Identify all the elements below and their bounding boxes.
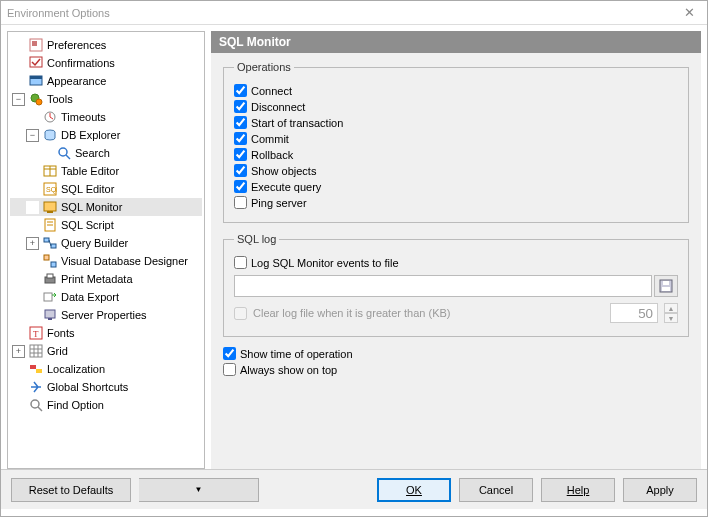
close-icon[interactable]: ✕ (677, 5, 701, 20)
expand-icon[interactable]: + (26, 237, 39, 250)
svg-point-40 (31, 400, 39, 408)
svg-rect-25 (51, 262, 56, 267)
svg-rect-29 (45, 310, 55, 318)
svg-rect-4 (30, 76, 42, 79)
tree-item-sql-script[interactable]: SQL Script (10, 216, 202, 234)
nav-tree: Preferences Confirmations Appearance −To… (7, 31, 205, 469)
collapse-icon[interactable]: − (26, 129, 39, 142)
print-metadata-icon (42, 271, 58, 287)
help-button[interactable]: Help (541, 478, 615, 502)
clear-log-checkbox (234, 307, 247, 320)
ping-server-checkbox[interactable] (234, 196, 247, 209)
appearance-icon (28, 73, 44, 89)
kb-value-input (610, 303, 658, 323)
tree-item-db-explorer[interactable]: −DB Explorer (10, 126, 202, 144)
global-shortcuts-icon (28, 379, 44, 395)
svg-rect-28 (44, 293, 52, 301)
server-properties-icon (42, 307, 58, 323)
svg-rect-43 (662, 287, 670, 291)
tree-item-data-export[interactable]: Data Export (10, 288, 202, 306)
reset-defaults-dropdown[interactable]: ▼ (139, 478, 259, 502)
svg-rect-1 (32, 41, 37, 46)
svg-rect-16 (44, 202, 56, 211)
apply-button[interactable]: Apply (623, 478, 697, 502)
svg-rect-30 (48, 318, 52, 320)
operations-legend: Operations (234, 61, 294, 73)
svg-line-10 (66, 155, 70, 159)
tree-item-visual-db-designer[interactable]: Visual Database Designer (10, 252, 202, 270)
always-top-checkbox[interactable] (223, 363, 236, 376)
start-tx-checkbox[interactable] (234, 116, 247, 129)
data-export-icon (42, 289, 58, 305)
log-to-file-checkbox[interactable] (234, 256, 247, 269)
svg-line-41 (38, 407, 42, 411)
svg-rect-39 (36, 369, 42, 373)
db-explorer-icon (42, 127, 58, 143)
browse-file-button[interactable] (654, 275, 678, 297)
svg-rect-21 (44, 238, 49, 242)
tree-item-global-shortcuts[interactable]: Global Shortcuts (10, 378, 202, 396)
tree-item-tools[interactable]: −Tools (10, 90, 202, 108)
tree-item-server-properties[interactable]: Server Properties (10, 306, 202, 324)
tree-item-find-option[interactable]: Find Option (10, 396, 202, 414)
localization-icon (28, 361, 44, 377)
save-icon (659, 279, 673, 293)
svg-rect-44 (663, 281, 669, 285)
expand-icon[interactable]: + (12, 345, 25, 358)
tree-item-preferences[interactable]: Preferences (10, 36, 202, 54)
show-time-checkbox[interactable] (223, 347, 236, 360)
titlebar: Environment Options ✕ (1, 1, 707, 25)
cancel-button[interactable]: Cancel (459, 478, 533, 502)
sql-editor-icon: SQL (42, 181, 58, 197)
kb-spinner: ▲▼ (664, 303, 678, 323)
tree-item-query-builder[interactable]: +Query Builder (10, 234, 202, 252)
svg-rect-2 (30, 57, 42, 67)
fonts-icon: T (28, 325, 44, 341)
tree-item-sql-monitor[interactable]: SQL Monitor (10, 198, 202, 216)
visual-db-designer-icon (42, 253, 58, 269)
svg-text:T: T (33, 329, 39, 339)
tree-item-sql-editor[interactable]: SQLSQL Editor (10, 180, 202, 198)
tree-item-grid[interactable]: +Grid (10, 342, 202, 360)
find-option-icon (28, 397, 44, 413)
svg-rect-17 (47, 211, 53, 213)
tree-item-search[interactable]: Search (10, 144, 202, 162)
tree-item-fonts[interactable]: TFonts (10, 324, 202, 342)
svg-text:SQL: SQL (46, 186, 57, 194)
reset-defaults-button[interactable]: Reset to Defaults (11, 478, 131, 502)
svg-point-6 (36, 99, 42, 105)
tree-item-confirmations[interactable]: Confirmations (10, 54, 202, 72)
timeouts-icon (42, 109, 58, 125)
sql-monitor-icon (42, 199, 58, 215)
panel-header: SQL Monitor (211, 31, 701, 53)
operations-group: Operations Connect Disconnect Start of t… (223, 61, 689, 223)
sql-script-icon (42, 217, 58, 233)
rollback-checkbox[interactable] (234, 148, 247, 161)
svg-rect-38 (30, 365, 36, 369)
collapse-icon[interactable]: − (12, 93, 25, 106)
tree-item-timeouts[interactable]: Timeouts (10, 108, 202, 126)
svg-rect-33 (30, 345, 42, 357)
sql-log-group: SQL log Log SQL Monitor events to file C… (223, 233, 689, 337)
show-objects-checkbox[interactable] (234, 164, 247, 177)
tree-item-appearance[interactable]: Appearance (10, 72, 202, 90)
connect-checkbox[interactable] (234, 84, 247, 97)
tree-item-print-metadata[interactable]: Print Metadata (10, 270, 202, 288)
svg-rect-22 (51, 244, 56, 248)
svg-point-9 (59, 148, 67, 156)
tree-item-localization[interactable]: Localization (10, 360, 202, 378)
preferences-icon (28, 37, 44, 53)
ok-button[interactable]: OK (377, 478, 451, 502)
footer: Reset to Defaults ▼ OK Cancel Help Apply (1, 469, 707, 509)
spin-down-icon: ▼ (664, 313, 678, 323)
grid-icon (28, 343, 44, 359)
search-icon (56, 145, 72, 161)
svg-rect-24 (44, 255, 49, 260)
commit-checkbox[interactable] (234, 132, 247, 145)
log-file-path-input[interactable] (234, 275, 652, 297)
execute-query-checkbox[interactable] (234, 180, 247, 193)
disconnect-checkbox[interactable] (234, 100, 247, 113)
tree-item-table-editor[interactable]: Table Editor (10, 162, 202, 180)
svg-line-23 (49, 240, 51, 246)
tools-icon (28, 91, 44, 107)
